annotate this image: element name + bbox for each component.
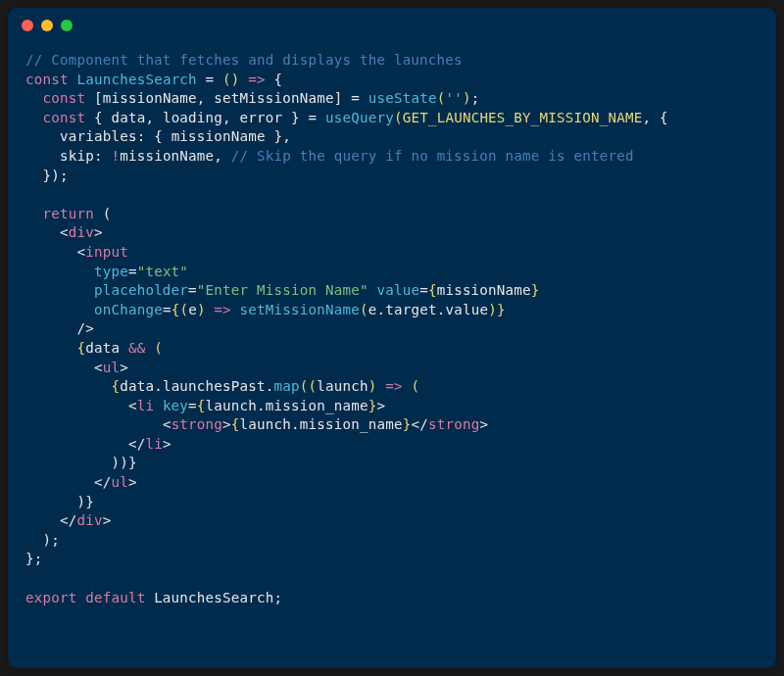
code-prop: mission_name xyxy=(300,416,403,432)
code-text: </ xyxy=(128,436,145,452)
code-text: < xyxy=(163,416,172,432)
code-paren: ( xyxy=(222,72,231,87)
code-paren: ( xyxy=(360,302,368,317)
code-text: . xyxy=(154,378,163,394)
code-brace: } xyxy=(531,282,540,298)
code-text: < xyxy=(94,360,103,375)
code-identifier: LaunchesSearch xyxy=(145,590,273,605)
code-string: "Enter Mission Name" xyxy=(197,282,368,298)
code-var: setMissionName xyxy=(214,90,333,106)
code-attr: key xyxy=(154,398,188,413)
code-text: > xyxy=(128,474,137,490)
code-var: launch xyxy=(206,398,257,413)
code-semi: ; xyxy=(471,90,480,106)
code-brace: } xyxy=(497,302,506,317)
code-text: , { xyxy=(642,110,667,125)
code-prop: target xyxy=(385,302,436,317)
code-param: e xyxy=(188,302,197,317)
code-brace: { xyxy=(197,398,206,413)
code-text: > xyxy=(103,512,112,528)
code-tag: ul xyxy=(111,474,127,490)
code-comment: // Skip the query if no mission name is … xyxy=(231,148,634,164)
code-function: useState xyxy=(368,90,437,106)
code-keyword: const xyxy=(42,90,85,106)
close-button[interactable] xyxy=(22,20,33,31)
code-text: = xyxy=(188,282,197,298)
code-string: "text" xyxy=(137,264,188,279)
code-text: > xyxy=(163,436,172,452)
code-text: = xyxy=(128,264,137,279)
code-editor-window: // Component that fetches and displays t… xyxy=(8,8,776,668)
code-identifier: LaunchesSearch xyxy=(76,72,196,87)
code-text: > xyxy=(479,416,488,432)
code-text: ))} xyxy=(111,455,136,470)
code-text: > xyxy=(94,224,103,240)
code-tag: strong xyxy=(172,416,222,432)
code-paren: ( xyxy=(394,110,403,125)
code-comment: // Component that fetches and displays t… xyxy=(25,52,463,68)
window-titlebar xyxy=(8,8,776,43)
code-prop: value xyxy=(445,302,488,317)
code-keyword: export xyxy=(25,590,76,605)
code-text: : xyxy=(94,148,111,164)
code-var: missionName xyxy=(120,148,214,164)
code-text: = xyxy=(197,72,222,87)
code-keyword: const xyxy=(42,110,85,125)
code-text: . xyxy=(266,378,274,394)
code-text: }, xyxy=(266,128,291,144)
code-operator: => xyxy=(376,378,411,394)
code-text: < xyxy=(60,224,69,240)
code-paren: ) xyxy=(488,302,497,317)
code-param: launch xyxy=(317,378,368,394)
code-constant: GET_LAUNCHES_BY_MISSION_NAME xyxy=(403,110,643,125)
code-text: }; xyxy=(25,551,42,566)
code-text: ( xyxy=(94,206,111,221)
code-text: > xyxy=(222,416,231,432)
code-content[interactable]: // Component that fetches and displays t… xyxy=(8,43,776,615)
code-function: map xyxy=(274,378,300,394)
code-var: data xyxy=(85,340,120,356)
maximize-button[interactable] xyxy=(61,20,73,31)
code-var: data xyxy=(111,110,145,125)
code-text: . xyxy=(257,398,266,413)
code-operator: => xyxy=(240,72,274,87)
code-key: skip xyxy=(60,148,94,164)
code-semi: ; xyxy=(274,590,283,605)
code-var: launch xyxy=(240,416,291,432)
code-text: . xyxy=(376,302,385,317)
code-text: </ xyxy=(411,416,427,432)
code-paren: ( xyxy=(309,378,318,394)
code-text: ] = xyxy=(334,90,368,106)
code-paren: ) xyxy=(463,90,471,106)
code-brace: { xyxy=(428,282,437,298)
code-operator: => xyxy=(206,302,240,317)
code-key: variables xyxy=(60,128,137,144)
code-var: missionName xyxy=(437,282,531,298)
code-text: > xyxy=(120,360,128,375)
code-var: data xyxy=(120,378,154,394)
code-function: setMissionName xyxy=(240,302,360,317)
code-attr: onChange xyxy=(94,302,163,317)
code-paren: ) xyxy=(231,72,240,87)
code-text: }); xyxy=(25,168,69,183)
code-text: { xyxy=(85,110,111,125)
code-brace: { xyxy=(111,378,120,394)
code-tag: ul xyxy=(103,360,120,375)
code-paren: ( xyxy=(154,340,163,356)
code-keyword: return xyxy=(42,206,93,221)
code-text: = xyxy=(163,302,172,317)
code-keyword: const xyxy=(25,72,69,87)
code-text: ); xyxy=(25,532,60,548)
code-text: : { xyxy=(137,128,172,144)
code-attr: type xyxy=(94,264,128,279)
code-paren: ( xyxy=(411,378,419,394)
code-paren: ( xyxy=(300,378,309,394)
code-brace: { xyxy=(76,340,85,356)
minimize-button[interactable] xyxy=(41,20,53,31)
code-text: /> xyxy=(76,320,93,336)
code-tag: div xyxy=(69,224,94,240)
code-tag: li xyxy=(145,436,162,452)
code-text: = xyxy=(188,398,197,413)
code-text: , xyxy=(145,110,162,125)
code-prop: launchesPast xyxy=(163,378,266,394)
